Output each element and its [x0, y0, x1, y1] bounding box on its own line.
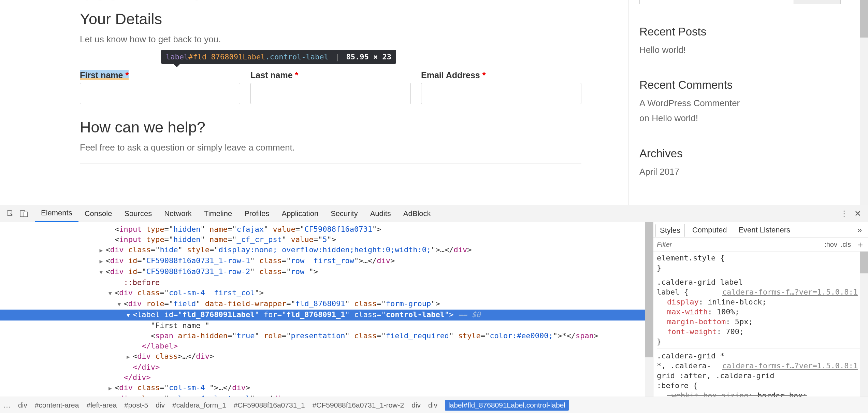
required-asterisk: *	[125, 70, 129, 80]
required-asterisk: *	[482, 70, 486, 80]
close-icon[interactable]: ✕	[851, 207, 865, 220]
tab-network[interactable]: Network	[158, 205, 198, 222]
breadcrumb-segment[interactable]: label#fld_8768091Label.control-label	[445, 400, 569, 411]
tab-elements[interactable]: Elements	[35, 205, 78, 222]
devtools-tabbar: Elements Console Sources Network Timelin…	[0, 205, 868, 222]
dom-breadcrumb: …div#content-area#left-area#post-5div#ca…	[0, 397, 868, 413]
dom-node-line[interactable]: ▶<div class="hide" style="display:none; …	[0, 245, 653, 256]
styles-pane: Styles Computed Event Listeners » :hov .…	[653, 222, 868, 397]
dom-node-line[interactable]: <input type="hidden" name="cfajax" value…	[0, 224, 653, 234]
dom-node-line[interactable]: </label>	[0, 341, 653, 351]
last-name-field: Last name *	[250, 70, 411, 104]
breadcrumb-segment[interactable]: #CF59088f16a0731_1	[234, 401, 305, 409]
breadcrumb-segment[interactable]: #CF59088f16a0731_1-row-2	[313, 401, 404, 409]
dom-node-line[interactable]: ▼<div class="col-sm-4 first_col">	[0, 288, 653, 299]
required-asterisk: *	[295, 70, 299, 80]
first-name-label: First name *	[80, 70, 129, 80]
breadcrumb-segment[interactable]: div	[428, 401, 437, 409]
help-desc: Feel free to ask a question or simply le…	[80, 142, 581, 153]
tab-audits[interactable]: Audits	[364, 205, 397, 222]
styles-tab-eventlisteners[interactable]: Event Listeners	[734, 224, 794, 236]
dom-scrollbar[interactable]	[645, 222, 653, 397]
breadcrumb-segment[interactable]: div	[411, 401, 421, 409]
tab-adblock[interactable]: AdBlock	[397, 205, 437, 222]
sidebar: Search Recent Posts Hello world! Recent …	[639, 0, 868, 205]
email-field: Email Address *	[421, 70, 581, 104]
css-rules[interactable]: element.style {}.caldera-grid labelcalde…	[653, 252, 868, 397]
breadcrumb-segment[interactable]: #left-area	[86, 401, 117, 409]
email-label: Email Address *	[421, 70, 486, 80]
breadcrumb-segment[interactable]: #content-area	[35, 401, 79, 409]
dom-node-line[interactable]: <span aria-hidden="true" role="presentat…	[0, 331, 653, 341]
breadcrumb-segment[interactable]: #post-5	[124, 401, 148, 409]
scrollbar-thumb[interactable]	[645, 222, 653, 357]
tab-application[interactable]: Application	[276, 205, 325, 222]
css-rule-selector[interactable]: element.style {	[657, 253, 868, 263]
scrollbar-thumb[interactable]	[860, 252, 868, 273]
dom-node-line[interactable]: ▼<div role="field" data-field-wrapper="f…	[0, 299, 653, 310]
dom-node-line[interactable]: ▼<label id="fld_8768091Label" for="fld_8…	[0, 310, 653, 321]
breadcrumb-segment[interactable]: …	[3, 401, 11, 409]
page-scrollbar[interactable]	[860, 0, 868, 205]
css-property[interactable]: max-width: 100%;	[657, 307, 868, 317]
webpage-viewport: CSS LABELS Your Details Let us know how …	[0, 0, 868, 205]
dom-node-line[interactable]: ::before	[0, 277, 653, 288]
styles-filter-input[interactable]	[657, 241, 821, 248]
svg-rect-2	[24, 212, 28, 217]
dom-node-line[interactable]: ▶<div class>…</div>	[0, 351, 653, 362]
archive-link[interactable]: April 2017	[639, 167, 679, 177]
scrollbar-thumb[interactable]	[860, 0, 868, 38]
last-name-input[interactable]	[250, 83, 411, 104]
breadcrumb-segment[interactable]: div	[156, 401, 165, 409]
tooltip-dimensions: 85.95 × 23	[346, 53, 391, 61]
css-property[interactable]: display: inline-block;	[657, 297, 868, 307]
dom-node-line[interactable]: ▶<div class="col-sm-4 ">…</div>	[0, 383, 653, 394]
tab-profiles[interactable]: Profiles	[238, 205, 275, 222]
dom-node-line[interactable]: </div>	[0, 362, 653, 372]
tab-console[interactable]: Console	[78, 205, 118, 222]
cls-toggle[interactable]: .cls	[841, 241, 851, 248]
archives-heading: Archives	[639, 147, 841, 160]
css-rule-selector[interactable]: .caldera-grid *caldera-forms-f…?ver=1.5.…	[657, 351, 868, 361]
recent-posts-heading: Recent Posts	[639, 25, 841, 38]
tooltip-class: .control-label	[265, 53, 328, 61]
css-rule-selector[interactable]: .caldera-grid labelcaldera-forms-f…?ver=…	[657, 277, 868, 287]
css-property[interactable]: -webkit-box-sizing: border-box;	[657, 390, 868, 397]
dom-tree-pane[interactable]: <input type="hidden" name="cfajax" value…	[0, 222, 653, 397]
inspect-element-icon[interactable]	[3, 207, 17, 220]
styles-filter-row: :hov .cls ＋	[653, 238, 868, 252]
dom-node-line[interactable]: ▶<div id="CF59088f16a0731_1-row-1" class…	[0, 256, 653, 267]
rules-scrollbar[interactable]	[860, 252, 868, 397]
search-input[interactable]	[639, 0, 794, 4]
recent-post-link[interactable]: Hello world!	[639, 45, 686, 55]
styles-tab-computed[interactable]: Computed	[688, 224, 731, 236]
email-input[interactable]	[421, 83, 581, 104]
search-widget: Search	[639, 0, 841, 4]
tab-sources[interactable]: Sources	[118, 205, 158, 222]
dom-node-line[interactable]: ▼<div id="CF59088f16a0731_1-row-2" class…	[0, 267, 653, 277]
new-rule-icon[interactable]: ＋	[856, 239, 865, 251]
divider	[80, 163, 581, 163]
devtools-panel: Elements Console Sources Network Timelin…	[0, 205, 868, 413]
tab-timeline[interactable]: Timeline	[198, 205, 238, 222]
recent-comments-heading: Recent Comments	[639, 79, 841, 91]
dom-node-line[interactable]: </div>	[0, 372, 653, 383]
breadcrumb-segment[interactable]: #caldera_form_1	[172, 401, 226, 409]
styles-more-icon[interactable]: »	[857, 225, 862, 235]
styles-tab-styles[interactable]: Styles	[655, 224, 685, 237]
recent-comment-author[interactable]: A WordPress Commenter	[639, 98, 740, 108]
dom-node-line[interactable]: <input type="hidden" name="_cf_cr_pst" v…	[0, 234, 653, 245]
form-row: First name * Last name * Email Address *	[80, 70, 581, 104]
more-icon[interactable]: ⋮	[837, 207, 851, 220]
main-column: CSS LABELS Your Details Let us know how …	[0, 0, 639, 205]
css-property[interactable]: font-weight: 700;	[657, 327, 868, 337]
tab-security[interactable]: Security	[324, 205, 364, 222]
search-button[interactable]: Search	[794, 0, 841, 4]
first-name-input[interactable]	[80, 83, 240, 104]
css-property[interactable]: margin-bottom: 5px;	[657, 317, 868, 327]
dom-node-line[interactable]: "First name "	[0, 321, 653, 331]
breadcrumb-segment[interactable]: div	[18, 401, 27, 409]
device-toolbar-icon[interactable]	[17, 207, 31, 220]
hov-toggle[interactable]: :hov	[824, 241, 837, 248]
last-name-label: Last name *	[250, 70, 298, 80]
